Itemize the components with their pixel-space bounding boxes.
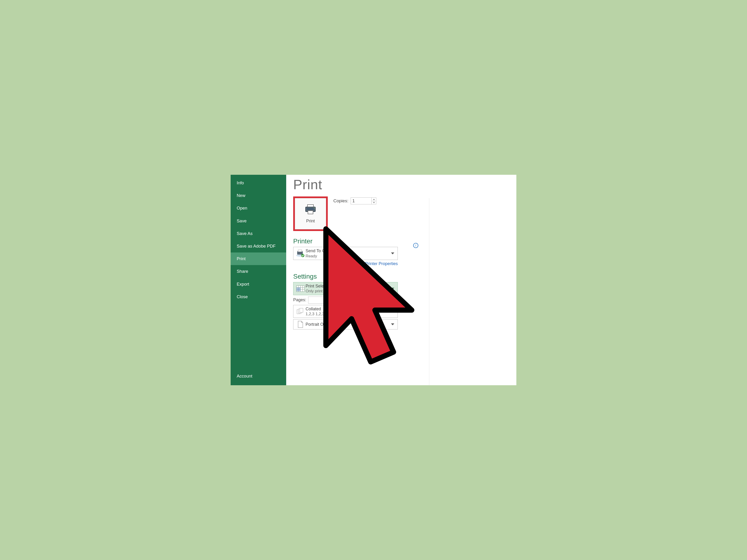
print-button-label: Print <box>306 219 315 223</box>
sidebar-item-info[interactable]: Info <box>231 177 286 189</box>
printer-name: Send To OneNote 2013 <box>306 248 390 254</box>
sidebar-item-account[interactable]: Account <box>231 370 286 385</box>
collate-line2: 1,2,3 1,2,3 1,2,3 <box>306 312 390 316</box>
spinner-up-icon[interactable]: ▲ <box>324 297 328 300</box>
svg-rect-2 <box>307 208 314 210</box>
sidebar-item-label: Info <box>237 180 244 185</box>
collate-selector[interactable]: Collated 1,2,3 1,2,3 1,2,3 <box>293 305 398 318</box>
printer-properties-link[interactable]: Printer Properties <box>365 261 398 266</box>
backstage-window: Info New Open Save Save As Save as Adobe… <box>231 175 516 385</box>
sidebar-item-save[interactable]: Save <box>231 215 286 227</box>
svg-point-4 <box>314 208 315 208</box>
svg-rect-3 <box>308 211 313 214</box>
sidebar-item-label: Print <box>237 256 246 261</box>
sidebar-item-label: Save As <box>237 231 253 236</box>
sidebar-item-new[interactable]: New <box>231 189 286 202</box>
sidebar-item-label: Save as Adobe PDF <box>237 244 276 248</box>
page-title: Print <box>293 177 516 192</box>
printer-status: Ready <box>306 254 390 259</box>
printer-info-icon[interactable]: i <box>413 243 418 248</box>
print-area-line1: Print Selection <box>306 284 390 289</box>
pages-label: Pages: <box>293 297 306 302</box>
orientation-value: Portrait Orientation <box>306 322 390 327</box>
pages-range: Pages: ▲ ▼ to ▲ ▼ <box>293 297 516 303</box>
sidebar-item-share[interactable]: Share <box>231 265 286 278</box>
sidebar-item-export[interactable]: Export <box>231 278 286 291</box>
pages-from-input[interactable] <box>308 297 323 303</box>
pages-to-input[interactable] <box>337 297 352 303</box>
spinner-up-icon[interactable]: ▲ <box>352 297 356 300</box>
copies-control: Copies: ▲ ▼ <box>333 197 376 205</box>
sidebar-item-print[interactable]: Print <box>231 252 286 265</box>
copies-spinner[interactable]: ▲ ▼ <box>351 197 376 205</box>
sidebar-item-label: New <box>237 193 246 198</box>
chevron-down-icon <box>391 310 394 312</box>
copies-label: Copies: <box>333 198 348 204</box>
sidebar-item-label: Export <box>237 282 249 287</box>
spinner-down-icon[interactable]: ▼ <box>324 300 328 303</box>
chevron-down-icon <box>391 288 394 290</box>
sidebar-item-save-as[interactable]: Save As <box>231 227 286 240</box>
sidebar-item-close[interactable]: Close <box>231 291 286 303</box>
settings-section-title: Settings <box>293 273 516 280</box>
print-area-line2: Only print the current selecti… <box>306 289 390 294</box>
portrait-page-icon <box>295 321 306 328</box>
collate-line1: Collated <box>306 306 390 312</box>
spinner-up-icon[interactable]: ▲ <box>371 197 376 201</box>
sidebar-item-save-as-adobe-pdf[interactable]: Save as Adobe PDF <box>231 240 286 252</box>
spinner-down-icon[interactable]: ▼ <box>352 300 356 303</box>
printer-status-icon <box>295 249 306 257</box>
sheet-selection-icon <box>295 285 306 292</box>
svg-rect-0 <box>307 205 313 207</box>
printer-selector[interactable]: Send To OneNote 2013 Ready <box>293 247 398 260</box>
svg-rect-15 <box>297 288 301 291</box>
sidebar-item-label: Save <box>237 218 247 223</box>
pages-to-label: to <box>331 297 334 302</box>
pages-from-spinner[interactable]: ▲ ▼ <box>308 297 328 303</box>
collate-icon <box>295 308 306 315</box>
backstage-sidebar: Info New Open Save Save As Save as Adobe… <box>231 175 286 385</box>
print-button[interactable]: Print <box>293 196 328 231</box>
print-area-selector[interactable]: Print Selection Only print the current s… <box>293 282 398 295</box>
svg-rect-7 <box>298 250 302 252</box>
svg-rect-18 <box>300 308 303 313</box>
sidebar-item-open[interactable]: Open <box>231 202 286 214</box>
printer-section-title: Printer <box>293 238 516 245</box>
pages-to-spinner[interactable]: ▲ ▼ <box>336 297 357 303</box>
spinner-down-icon[interactable]: ▼ <box>371 201 376 205</box>
sidebar-item-label: Close <box>237 294 248 299</box>
chevron-down-icon <box>391 323 394 325</box>
sidebar-item-label: Share <box>237 269 248 274</box>
sidebar-item-label: Open <box>237 206 247 211</box>
printer-icon <box>304 204 317 215</box>
orientation-selector[interactable]: Portrait Orientation <box>293 319 398 329</box>
chevron-down-icon <box>391 252 394 254</box>
copies-input[interactable] <box>351 197 371 204</box>
print-panel: Print Print Copies: <box>286 175 516 385</box>
sidebar-item-label: Account <box>237 374 252 378</box>
